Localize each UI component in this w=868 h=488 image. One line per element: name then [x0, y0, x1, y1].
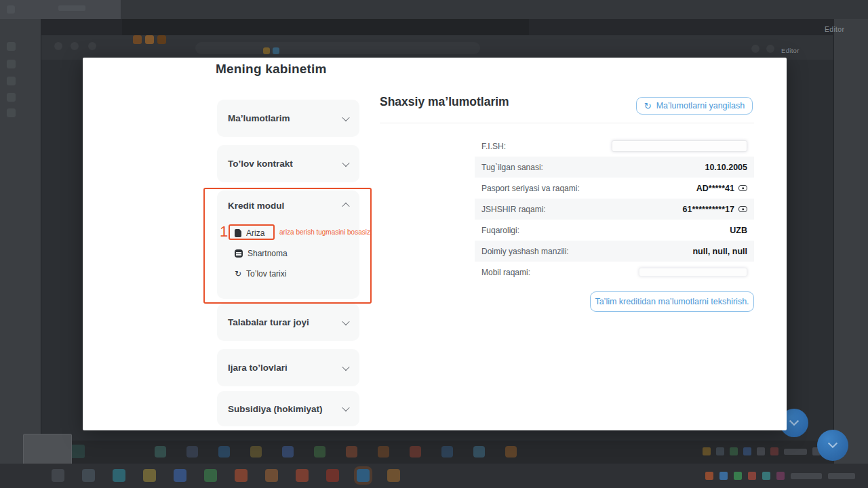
- background-sidebar-icon: [7, 42, 16, 51]
- annotation-note: ariza berish tugmasini bosasiz: [279, 228, 370, 236]
- check-button-label: Ta’lim kreditidan ma’lumotlarni tekshiri…: [595, 297, 749, 306]
- background-sidebar-icon: [7, 108, 16, 117]
- eye-icon[interactable]: [738, 185, 747, 191]
- field-label: F.I.SH:: [481, 142, 506, 151]
- field-label: Mobil raqami:: [481, 268, 530, 277]
- taskbar-app-icons[interactable]: [52, 469, 400, 482]
- background-back-button: [54, 42, 62, 50]
- background-toolbar-icon: [751, 45, 760, 53]
- sidebar-item-malumotlarim[interactable]: Ma’lumotlarim: [217, 100, 359, 137]
- field-label: Fuqaroligi:: [481, 226, 519, 235]
- my-cabinet-panel: Mening kabinetim Ma’lumotlarim To’lov ko…: [83, 58, 787, 430]
- redacted-value: [639, 268, 747, 277]
- background-editor-button-small: Editor: [781, 47, 800, 54]
- table-row-fish: F.I.SH:: [475, 136, 754, 157]
- divider: [380, 123, 754, 123]
- background-site-logo: [263, 47, 270, 54]
- background-extension-icon: [145, 35, 154, 44]
- section-heading: Shaxsiy ma’lumotlarim: [380, 95, 509, 109]
- table-row-jshshir: JSHSHIR raqami: 61**********17: [475, 199, 754, 220]
- field-label: Pasport seriyasi va raqami:: [481, 184, 580, 193]
- field-label: JSHSHIR raqami:: [481, 205, 546, 214]
- background-extension-icon: [133, 35, 142, 44]
- background-address-bar: [195, 42, 480, 54]
- chevron-down-icon: [342, 404, 349, 411]
- background-reload-button: [88, 42, 96, 50]
- sidebar-item-label: To’lov kontrakt: [228, 159, 293, 169]
- redacted-value: [612, 140, 747, 152]
- screen: Editor Editor Mening kabinetim M: [0, 0, 868, 488]
- background-taskbar-preview: [23, 434, 72, 466]
- refresh-icon: ↻: [644, 102, 652, 110]
- sidebar-item-label: Subsidiya (hokimiyat): [228, 404, 323, 414]
- refresh-button-label: Ma’lumotlarni yangilash: [656, 101, 745, 110]
- background-inner-tray: [703, 447, 821, 455]
- annotation-highlight-ariza: [229, 224, 275, 240]
- table-row-citizenship: Fuqaroligi: UZB: [475, 220, 754, 241]
- annotation-step-number: 1: [220, 223, 228, 241]
- table-row-address: Doimiy yashash manzili: null, null, null: [475, 241, 754, 262]
- background-tab-title-blur: [58, 5, 85, 11]
- annotation-highlight-kredit-modul: [203, 188, 372, 304]
- table-row-birthdate: Tug`ilgan sanasi: 10.10.2005: [475, 157, 754, 178]
- page-title: Mening kabinetim: [216, 62, 327, 77]
- sidebar-item-tolov-kontrakt[interactable]: To’lov kontrakt: [217, 145, 359, 182]
- field-value: UZB: [730, 226, 747, 235]
- sidebar-item-label: Ijara to’lovlari: [228, 363, 288, 373]
- table-row-passport: Pasport seriyasi va raqami: AD*****41: [475, 178, 754, 199]
- background-sidebar-icon: [7, 60, 16, 68]
- background-tab-icon: [7, 5, 15, 14]
- check-credit-info-button[interactable]: Ta’lim kreditidan ma’lumotlarni tekshiri…: [590, 291, 754, 312]
- table-row-phone: Mobil raqami:: [475, 262, 754, 283]
- refresh-data-button[interactable]: ↻ Ma’lumotlarni yangilash: [636, 97, 753, 115]
- field-value: 61**********17: [683, 205, 734, 214]
- chevron-down-icon: [342, 159, 349, 166]
- field-label: Tug`ilgan sanasi:: [481, 163, 543, 172]
- background-browser-topbar: [0, 0, 868, 19]
- chevron-down-icon: [342, 363, 349, 370]
- taskbar-tray[interactable]: [705, 472, 868, 480]
- field-value: AD*****41: [696, 184, 734, 193]
- sidebar-item-subsidiya[interactable]: Subsidiya (hokimiyat): [217, 391, 359, 426]
- chevron-down-icon: [342, 113, 349, 121]
- background-editor-button: Editor: [825, 25, 844, 33]
- eye-icon[interactable]: [738, 206, 747, 212]
- personal-info-table: F.I.SH: Tug`ilgan sanasi: 10.10.2005 Pas…: [475, 136, 754, 283]
- sidebar-item-ijara-tolovlari[interactable]: Ijara to’lovlari: [217, 349, 359, 386]
- background-toolbar-icon: [766, 45, 774, 53]
- chevron-down-icon: [342, 317, 349, 325]
- background-sidebar-icon: [7, 93, 16, 102]
- sidebar-item-talabalar-turar-joyi[interactable]: Talabalar turar joyi: [217, 304, 359, 341]
- background-extension-icon: [157, 35, 166, 44]
- sidebar-item-label: Ma’lumotlarim: [228, 113, 290, 123]
- background-inner-taskbar-icons: [155, 446, 517, 458]
- field-label: Doimiy yashash manzili:: [481, 247, 569, 256]
- chevron-icon: [789, 416, 799, 426]
- chevron-icon: [828, 439, 837, 448]
- field-value: null, null, null: [692, 247, 747, 256]
- background-sidebar-icon: [7, 77, 16, 85]
- floating-action-button[interactable]: [817, 430, 848, 461]
- background-forward-button: [71, 42, 79, 50]
- background-site-logo: [273, 47, 279, 54]
- field-value: 10.10.2005: [705, 163, 747, 172]
- sidebar-item-label: Talabalar turar joyi: [228, 317, 309, 327]
